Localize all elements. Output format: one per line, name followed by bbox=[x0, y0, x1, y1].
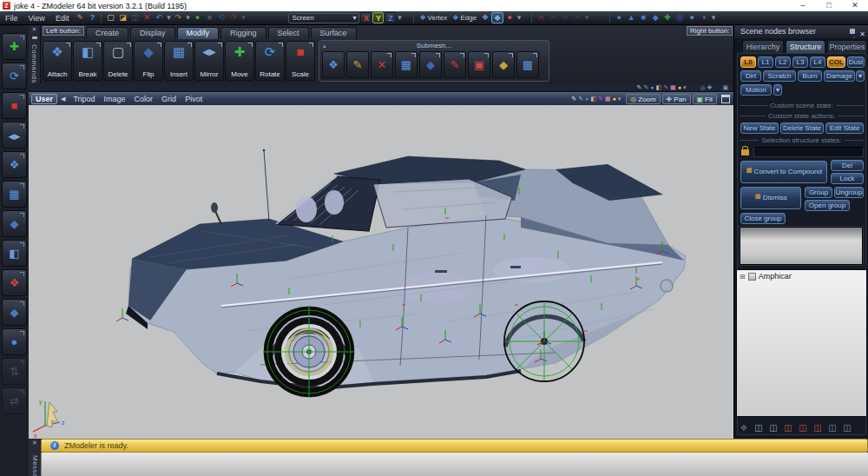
close-button[interactable]: ✕ bbox=[842, 0, 868, 11]
ungroup-button[interactable]: Ungroup bbox=[834, 187, 864, 198]
tab-create[interactable]: Create bbox=[86, 27, 128, 39]
sidebar-sphere-tool-button[interactable]: ● bbox=[2, 328, 27, 355]
customize-icon[interactable]: ✎ bbox=[74, 12, 86, 23]
state-doc-icon[interactable]: ◫ bbox=[753, 422, 764, 433]
state-dup-icon[interactable]: ◫ bbox=[842, 422, 852, 433]
collapse-icon[interactable]: ▴ bbox=[323, 41, 326, 50]
front-wheel-detailed[interactable] bbox=[264, 307, 354, 397]
submesh-tool-button[interactable]: ✎ bbox=[444, 51, 466, 78]
options-corner-icon[interactable] bbox=[387, 53, 391, 57]
sidebar-move-updown-button[interactable]: ⇅ bbox=[2, 358, 27, 385]
dirt-button[interactable]: Dirt bbox=[740, 70, 761, 82]
sync-icon[interactable]: ● bbox=[191, 12, 203, 23]
new-state-button[interactable]: New State bbox=[740, 122, 779, 134]
mini-pan-icon[interactable]: ✚ bbox=[707, 84, 713, 91]
light-icon[interactable]: ● bbox=[678, 84, 681, 91]
damage-caret-icon[interactable]: ▾ bbox=[856, 70, 865, 82]
snap-grid-icon[interactable]: ∩ bbox=[547, 12, 559, 23]
open-folder-icon[interactable]: ◪ bbox=[116, 12, 128, 23]
undo-caret-icon[interactable]: ▾ bbox=[165, 12, 172, 23]
submesh-header[interactable]: ▴ Submesh... bbox=[319, 41, 549, 50]
menu-view[interactable]: View bbox=[23, 14, 50, 23]
sidebar-mirror-button[interactable]: ◀▶ bbox=[2, 122, 27, 149]
view-selector-button[interactable]: User bbox=[31, 94, 57, 104]
primitive-sphere-icon[interactable]: ◎ bbox=[674, 12, 686, 23]
new-file-icon[interactable]: ▢ bbox=[104, 12, 116, 23]
motion-button[interactable]: Motion bbox=[740, 84, 772, 96]
break-button[interactable]: ◧Break bbox=[73, 41, 102, 81]
options-corner-icon[interactable] bbox=[66, 43, 70, 47]
mini-zoom-icon[interactable]: ◎ bbox=[700, 84, 705, 91]
sidebar-insert-button[interactable]: ▦ bbox=[2, 181, 27, 208]
vertex-mode-button[interactable]: ❖ Vertex bbox=[417, 12, 450, 23]
submesh-tool-button[interactable]: ▦ bbox=[395, 51, 418, 78]
undo-icon[interactable]: ↶ bbox=[153, 12, 165, 23]
tab-modify[interactable]: Modify bbox=[177, 27, 220, 39]
options-corner-icon[interactable] bbox=[411, 53, 416, 57]
convert-to-compound-button[interactable]: ■ Convert to Compound bbox=[740, 161, 827, 183]
primitive-cone-icon[interactable]: ▲ bbox=[625, 12, 637, 23]
options-corner-icon[interactable] bbox=[460, 53, 464, 57]
sidebar-move-sideways-button[interactable]: ⇄ bbox=[2, 387, 27, 414]
delete-button[interactable]: ▢Delete bbox=[103, 41, 133, 81]
snap-edge-icon[interactable]: ∩ bbox=[571, 12, 583, 23]
edge-mode-button[interactable]: ❖ Edge bbox=[450, 12, 479, 23]
options-corner-icon[interactable] bbox=[248, 43, 253, 47]
tree-node-label[interactable]: Amphicar bbox=[759, 272, 792, 281]
snap-caret-icon[interactable]: ▾ bbox=[583, 12, 590, 23]
messages-panel-tab[interactable]: ✕ Messages bbox=[29, 439, 41, 476]
damage-button[interactable]: Damage bbox=[824, 70, 855, 82]
collision-button[interactable]: COL bbox=[827, 56, 845, 68]
primitive-box-icon[interactable]: ◆ bbox=[649, 12, 661, 23]
snap-magnet-icon[interactable]: ∩ bbox=[535, 12, 547, 23]
sidebar-attach-button[interactable]: ❖ bbox=[2, 151, 27, 178]
primitive-caret-icon[interactable]: ▾ bbox=[710, 12, 717, 23]
eraser-icon[interactable]: ◧ bbox=[656, 84, 662, 91]
options-corner-icon[interactable] bbox=[533, 53, 537, 57]
flip-button[interactable]: ◆Flip bbox=[134, 41, 163, 81]
primitive-torus-icon[interactable]: ● bbox=[686, 12, 698, 23]
viewport-menu-image[interactable]: Image bbox=[100, 95, 130, 103]
tree-expander-icon[interactable]: ⊞ bbox=[740, 273, 746, 281]
options-corner-icon[interactable] bbox=[436, 53, 440, 57]
options-corner-icon[interactable] bbox=[127, 43, 131, 47]
open-group-button[interactable]: Open group bbox=[805, 200, 850, 211]
mirror-button[interactable]: ◀▶Mirror bbox=[194, 41, 224, 81]
axis-z-button[interactable]: Z bbox=[385, 12, 396, 23]
sidebar-detach-button[interactable]: ◆ bbox=[2, 299, 27, 326]
dust-button[interactable]: Dust bbox=[847, 56, 865, 68]
lod0-button[interactable]: L0 bbox=[740, 56, 756, 68]
options-corner-icon[interactable] bbox=[218, 43, 222, 47]
options-corner-icon[interactable] bbox=[96, 43, 101, 47]
pan-button[interactable]: ✚ Pan bbox=[662, 94, 691, 104]
state-copy-icon[interactable]: ◫ bbox=[812, 422, 823, 433]
options-corner-icon[interactable] bbox=[509, 53, 513, 57]
save-icon[interactable]: ◫ bbox=[128, 12, 141, 23]
snap-vertex-icon[interactable]: ∩ bbox=[559, 12, 571, 23]
lod1-button[interactable]: L1 bbox=[758, 56, 773, 68]
tab-display[interactable]: Display bbox=[130, 27, 175, 39]
redo-icon[interactable]: ↷ bbox=[172, 12, 184, 23]
tab-surface[interactable]: Surface bbox=[311, 27, 357, 39]
options-corner-icon[interactable] bbox=[484, 53, 489, 57]
burn-button[interactable]: Burn bbox=[798, 70, 822, 82]
checker-icon[interactable]: ▦ bbox=[605, 96, 611, 102]
sidebar-rotate-button[interactable]: ⟳ bbox=[2, 63, 27, 89]
scene-tree[interactable]: ⊞ Amphicar bbox=[736, 269, 867, 417]
primitive-shape-icon[interactable]: ◗ bbox=[698, 12, 710, 23]
vp-caret-icon[interactable]: ▾ bbox=[618, 96, 621, 102]
options-corner-icon[interactable] bbox=[309, 43, 313, 47]
move-button[interactable]: ✚Move bbox=[225, 41, 254, 81]
blob-icon[interactable]: ● bbox=[585, 96, 589, 102]
tree-row-amphicar[interactable]: ⊞ Amphicar bbox=[737, 270, 866, 281]
dismiss-button[interactable]: ■ Dismiss bbox=[740, 187, 801, 209]
options-corner-icon[interactable] bbox=[187, 43, 192, 47]
submesh-tool-button[interactable]: ❖ bbox=[322, 51, 345, 78]
viewport-menu-tripod[interactable]: Tripod bbox=[69, 95, 99, 103]
insert-button[interactable]: ▦Insert bbox=[164, 41, 194, 81]
maximize-viewport-icon[interactable] bbox=[721, 95, 730, 103]
submesh-tool-button[interactable]: ▦ bbox=[516, 51, 539, 78]
menu-edit[interactable]: Edit bbox=[50, 14, 75, 23]
submesh-tool-button[interactable]: ✎ bbox=[346, 51, 369, 78]
sidebar-weld-button[interactable]: ❖ bbox=[2, 269, 27, 296]
